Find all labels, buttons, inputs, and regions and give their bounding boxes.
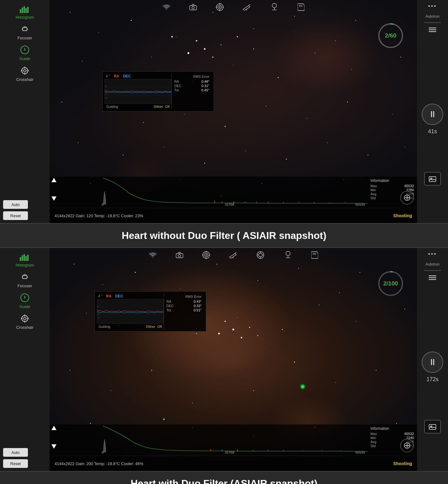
progress-label-1: 2/60 xyxy=(377,22,405,50)
guide-tot-val-1: 0.45" xyxy=(202,88,209,92)
svg-rect-2 xyxy=(24,6,25,13)
svg-point-73 xyxy=(192,7,194,9)
pause-icon-1: ⏸ xyxy=(428,109,437,119)
white-point-slider-1[interactable] xyxy=(51,178,56,182)
svg-point-183 xyxy=(206,255,206,256)
wifi-icon-2[interactable] xyxy=(149,252,157,260)
svg-point-83 xyxy=(272,3,277,8)
sd-icon[interactable] xyxy=(298,3,304,13)
more-options-2[interactable]: ••• xyxy=(428,251,437,257)
guide-overlay-1: 4 " RA DEC xyxy=(102,71,214,112)
hist-std-label-1: Std xyxy=(370,196,376,200)
hist-axis-right-2: 65535 xyxy=(355,451,365,454)
histogram-area-2: 0 32768 65535 Information Max 65532 Min … xyxy=(50,425,417,455)
section-title-1: Heart without Duo Filter ( ASIAIR snapsh… xyxy=(122,230,326,241)
guide-icon-2 xyxy=(20,293,29,304)
guide-dec-val-2: 0.33" xyxy=(194,304,202,308)
guide-title-label-2: Guiding xyxy=(99,325,110,328)
guide-dec-stat-label-1: DEC xyxy=(174,84,181,88)
pause-button-1[interactable]: ⏸ xyxy=(422,103,443,125)
dither-value-2: Off xyxy=(157,325,162,328)
target-icon-2[interactable] xyxy=(202,251,210,261)
guide-chart-1: 2 " 0 " -2 " -4 " xyxy=(104,79,171,104)
guide-tot-val-2: 0.51" xyxy=(194,308,202,312)
reset-button-1[interactable]: Reset xyxy=(3,211,28,220)
menu-icon-2[interactable] xyxy=(428,275,437,283)
telescope-icon-2[interactable] xyxy=(229,252,237,260)
progress-label-2: 2/100 xyxy=(377,270,405,297)
focuser-label: Focuser xyxy=(18,36,32,40)
more-options-1[interactable]: ••• xyxy=(428,3,437,10)
guide-chart-2: 2 " 0 " -2 " -4 " xyxy=(97,299,164,324)
sidebar-item-focuser-2[interactable]: Focuser xyxy=(3,271,47,290)
svg-rect-117 xyxy=(20,257,21,261)
black-point-slider-1[interactable] xyxy=(51,196,56,201)
menu-icon-1[interactable] xyxy=(428,27,437,35)
guide-ra-stat-label-2: RA xyxy=(166,300,171,303)
section-divider-2: Heart with Duo Filter (ASIAIR snapshot) xyxy=(0,471,448,484)
histogram-chart-2: 0 32768 65535 xyxy=(99,425,367,455)
guide-tot-label-1: Tot xyxy=(174,88,179,92)
auto-button-2[interactable]: Auto xyxy=(3,448,28,457)
autorun-label-1: Autorun xyxy=(425,14,440,19)
shooting-status-2: Shooting xyxy=(393,461,412,466)
pause-button-2[interactable]: ⏸ xyxy=(422,351,443,373)
mount-icon-2[interactable] xyxy=(283,251,293,261)
svg-rect-5 xyxy=(23,28,27,31)
wifi-icon[interactable] xyxy=(162,4,171,12)
mount-icon[interactable] xyxy=(270,3,279,13)
black-point-slider-2[interactable] xyxy=(51,444,56,449)
svg-rect-3 xyxy=(25,8,27,13)
hist-max-val-2: 65532 xyxy=(404,432,414,436)
svg-rect-179 xyxy=(176,253,183,258)
gallery-button-2[interactable] xyxy=(424,420,441,433)
sidebar-item-crosshair[interactable]: Crosshair xyxy=(3,64,47,84)
sidebar-item-histogram[interactable]: Histogram xyxy=(3,3,47,21)
right-panel-2: ••• Autorun ⏸ 172s xyxy=(417,248,448,471)
camera-icon[interactable] xyxy=(189,4,197,12)
sidebar-item-focuser[interactable]: Focuser xyxy=(3,23,47,42)
zoom-button-2[interactable] xyxy=(400,439,414,452)
target-icon[interactable] xyxy=(216,3,224,13)
white-point-slider-2[interactable] xyxy=(51,426,56,430)
zoom-button-1[interactable] xyxy=(400,191,414,205)
histogram-chart-1: 0 32768 65535 xyxy=(99,177,367,208)
sidebar-item-histogram-2[interactable]: Histogram xyxy=(3,251,47,269)
sidebar-item-guide-2[interactable]: Guide xyxy=(3,291,47,311)
hist-info-title-1: Information xyxy=(370,178,414,183)
guide-ra-val-1: 0.48" xyxy=(202,80,209,83)
svg-text:0 ": 0 " xyxy=(97,310,99,311)
guide-ra-val-2: 0.43" xyxy=(194,300,202,303)
sidebar-item-crosshair-2[interactable]: Crosshair xyxy=(3,312,47,332)
camera-info-2: 4144x2822 Gain: 200 Temp: -19.8°C Cooler… xyxy=(55,461,143,466)
sidebar-1: Histogram Focuser Guide Crosshair Auto R… xyxy=(0,0,50,223)
timer-label-1: 41s xyxy=(428,128,437,135)
sd-icon-2[interactable] xyxy=(311,251,318,261)
focuser-icon-2 xyxy=(20,272,29,283)
guide-y-4-2: 4 " xyxy=(98,294,102,298)
guide-ra-stat-label-1: RA xyxy=(174,80,179,83)
svg-rect-226 xyxy=(429,425,436,429)
svg-point-129 xyxy=(24,297,25,298)
guide-ra-label-2: RA xyxy=(106,294,111,298)
hist-max-label-1: Max xyxy=(370,184,377,188)
hist-avg-label-2: Avg xyxy=(370,440,376,444)
camera-icon-2[interactable] xyxy=(175,252,184,260)
filter-icon-2[interactable] xyxy=(256,251,265,261)
svg-text:0 ": 0 " xyxy=(105,90,107,91)
crosshair-icon-2 xyxy=(20,314,29,324)
shooting-status-1: Shooting xyxy=(393,213,412,218)
panel-1: Histogram Focuser Guide Crosshair Auto R… xyxy=(0,0,448,223)
telescope-icon[interactable] xyxy=(242,4,251,12)
histogram-axis-1: 0 32768 65535 xyxy=(99,203,367,206)
guide-label: Guide xyxy=(20,56,30,61)
reset-button-2[interactable]: Reset xyxy=(3,459,28,468)
svg-point-180 xyxy=(178,254,181,257)
gallery-button-1[interactable] xyxy=(424,172,441,186)
auto-button-1[interactable]: Auto xyxy=(3,200,28,209)
progress-circle-wrap-1: 2/60 xyxy=(377,22,405,50)
svg-text:2 ": 2 " xyxy=(97,306,99,307)
main-view-2: 2/100 4 " RA DEC xyxy=(50,248,417,471)
crosshair-label: Crosshair xyxy=(16,77,33,82)
sidebar-item-guide[interactable]: Guide xyxy=(3,43,47,63)
